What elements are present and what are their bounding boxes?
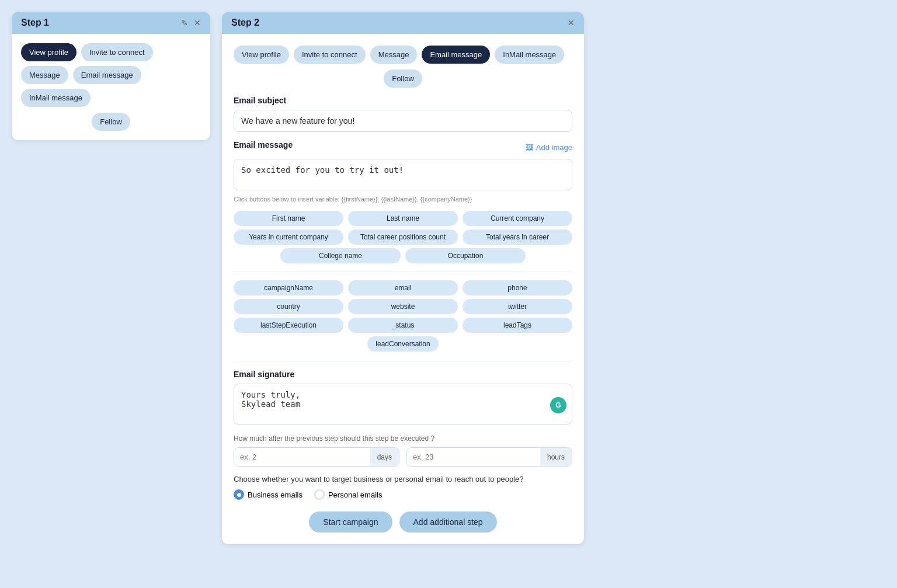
step2-view-profile-button[interactable]: View profile: [234, 46, 289, 64]
step1-invite-connect-button[interactable]: Invite to connect: [81, 43, 153, 61]
linkedin-vars-row3: College name Occupation: [280, 248, 526, 263]
email-target-section: Choose whether you want to target busine…: [234, 475, 572, 500]
start-campaign-button[interactable]: Start campaign: [309, 512, 392, 533]
step1-header-icons: ✎ ✕: [181, 18, 201, 27]
var-total-years-career[interactable]: Total years in career: [463, 229, 572, 245]
timing-label: How much after the previous step should …: [234, 434, 572, 443]
business-emails-option[interactable]: Business emails: [234, 489, 303, 500]
step2-action-buttons: View profile Invite to connect Message E…: [234, 46, 572, 64]
days-field: days: [234, 447, 399, 467]
step2-invite-connect-button[interactable]: Invite to connect: [294, 46, 366, 64]
var-college-name[interactable]: College name: [280, 248, 401, 263]
email-subject-input[interactable]: [234, 110, 572, 132]
var-last-name[interactable]: Last name: [348, 211, 458, 226]
var-twitter[interactable]: twitter: [463, 299, 572, 314]
var-current-company[interactable]: Current company: [463, 211, 572, 226]
hours-field: hours: [406, 447, 572, 467]
email-message-label: Email message: [234, 140, 293, 149]
personal-emails-option[interactable]: Personal emails: [314, 489, 383, 500]
step2-follow-row: Follow: [234, 69, 572, 88]
add-image-button[interactable]: 🖼 Add image: [526, 143, 572, 152]
step1-message-button[interactable]: Message: [21, 66, 68, 84]
email-signature-section: Email signature G: [234, 370, 572, 426]
image-icon: 🖼: [526, 143, 533, 152]
days-unit: days: [370, 448, 399, 466]
signature-avatar: G: [550, 397, 566, 413]
add-image-label: Add image: [536, 143, 572, 152]
step1-view-profile-button[interactable]: View profile: [21, 43, 77, 61]
email-subject-label: Email subject: [234, 96, 572, 105]
business-emails-radio[interactable]: [234, 489, 244, 500]
email-signature-label: Email signature: [234, 370, 572, 379]
timing-row: days hours: [234, 447, 572, 467]
variable-hint: Click buttons below to insert variable: …: [234, 196, 572, 203]
step2-close-icon[interactable]: ✕: [568, 18, 575, 27]
step1-action-buttons: View profile Invite to connect Message E…: [21, 43, 201, 107]
step2-email-message-button[interactable]: Email message: [422, 46, 490, 64]
signature-initial: G: [555, 401, 561, 409]
custom-vars-row3: lastStepExecution _status leadTags: [234, 318, 572, 333]
business-emails-label: Business emails: [248, 490, 303, 499]
step2-follow-button[interactable]: Follow: [384, 69, 422, 88]
step1-body: View profile Invite to connect Message E…: [12, 34, 210, 140]
divider-2: [234, 361, 572, 361]
var-campaign-name[interactable]: campaignName: [234, 280, 343, 295]
signature-area: G: [234, 384, 572, 426]
var-occupation[interactable]: Occupation: [405, 248, 526, 263]
step2-body: View profile Invite to connect Message E…: [222, 34, 584, 544]
step1-follow-button[interactable]: Fellow: [92, 113, 130, 131]
step1-inmail-message-button[interactable]: InMail message: [21, 89, 91, 107]
step1-email-message-button[interactable]: Email message: [73, 66, 141, 84]
step1-edit-icon[interactable]: ✎: [181, 18, 188, 27]
email-target-label: Choose whether you want to target busine…: [234, 475, 572, 483]
divider-1: [234, 272, 572, 272]
var-last-step-execution[interactable]: lastStepExecution: [234, 318, 343, 333]
personal-emails-radio[interactable]: [314, 489, 325, 500]
footer-buttons: Start campaign Add additional step: [234, 512, 572, 533]
var-status[interactable]: _status: [348, 318, 458, 333]
email-subject-section: Email subject: [234, 96, 572, 132]
var-phone[interactable]: phone: [463, 280, 572, 295]
step2-inmail-message-button[interactable]: InMail message: [495, 46, 564, 64]
step2-message-button[interactable]: Message: [370, 46, 418, 64]
linkedin-vars-row1: First name Last name Current company: [234, 211, 572, 226]
email-signature-input[interactable]: [234, 384, 572, 425]
step1-panel: Step 1 ✎ ✕ View profile Invite to connec…: [12, 12, 210, 140]
step2-header: Step 2 ✕: [222, 12, 584, 34]
step1-title: Step 1: [21, 18, 49, 28]
email-radio-group: Business emails Personal emails: [234, 489, 572, 500]
step2-title: Step 2: [231, 18, 259, 28]
custom-vars-row1: campaignName email phone: [234, 280, 572, 295]
step2-panel: Step 2 ✕ View profile Invite to connect …: [222, 12, 584, 544]
timing-section: How much after the previous step should …: [234, 434, 572, 467]
days-input[interactable]: [234, 448, 370, 466]
var-website[interactable]: website: [348, 299, 458, 314]
var-email[interactable]: email: [348, 280, 458, 295]
email-message-input[interactable]: [234, 159, 572, 190]
custom-vars-row4: leadConversation: [234, 336, 572, 352]
var-first-name[interactable]: First name: [234, 211, 343, 226]
personal-emails-label: Personal emails: [328, 490, 383, 499]
email-message-header: Email message 🖼 Add image: [234, 140, 572, 154]
linkedin-vars-row2: Years in current company Total career po…: [234, 229, 572, 245]
hours-input[interactable]: [407, 448, 540, 466]
hours-unit: hours: [540, 448, 572, 466]
step1-close-icon[interactable]: ✕: [194, 18, 201, 27]
add-additional-step-button[interactable]: Add additional step: [399, 512, 497, 533]
email-message-section: Email message 🖼 Add image Click buttons …: [234, 140, 572, 203]
step1-header: Step 1 ✎ ✕: [12, 12, 210, 34]
var-years-current-company[interactable]: Years in current company: [234, 229, 343, 245]
step1-follow-row: Fellow: [21, 113, 201, 131]
custom-vars-row2: country website twitter: [234, 299, 572, 314]
var-total-career-positions[interactable]: Total career positions count: [348, 229, 458, 245]
var-lead-tags[interactable]: leadTags: [463, 318, 572, 333]
var-country[interactable]: country: [234, 299, 343, 314]
var-lead-conversation[interactable]: leadConversation: [367, 336, 438, 352]
